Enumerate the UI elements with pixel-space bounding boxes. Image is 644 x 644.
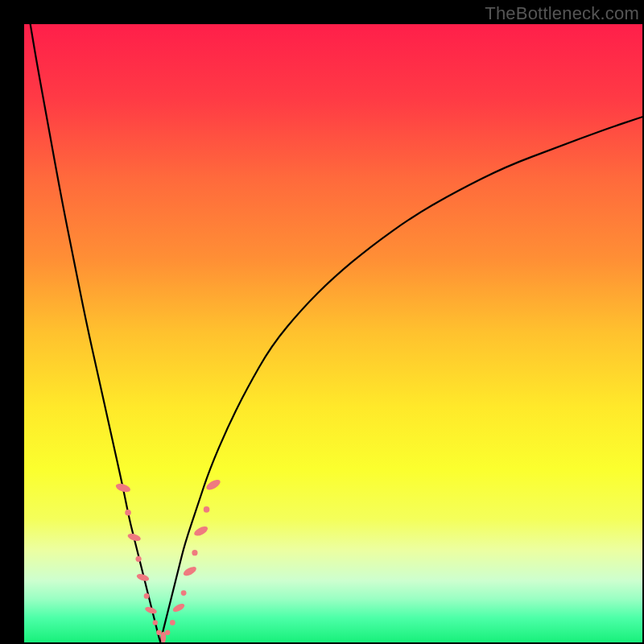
- bead-marker: [165, 630, 170, 635]
- bead-marker: [156, 630, 161, 635]
- chart-frame: TheBottleneck.com: [0, 0, 644, 644]
- plot-area: [24, 24, 642, 642]
- bead-marker: [135, 556, 141, 562]
- watermark-text: TheBottleneck.com: [485, 3, 639, 24]
- chart-svg: [24, 24, 642, 642]
- gradient-background: [24, 24, 642, 642]
- bead-marker: [204, 506, 210, 513]
- bead-marker: [125, 510, 131, 516]
- bead-marker: [153, 620, 158, 625]
- bead-marker: [181, 590, 187, 596]
- bead-marker: [170, 620, 175, 625]
- bead-marker: [144, 593, 150, 599]
- bead-marker: [192, 550, 197, 555]
